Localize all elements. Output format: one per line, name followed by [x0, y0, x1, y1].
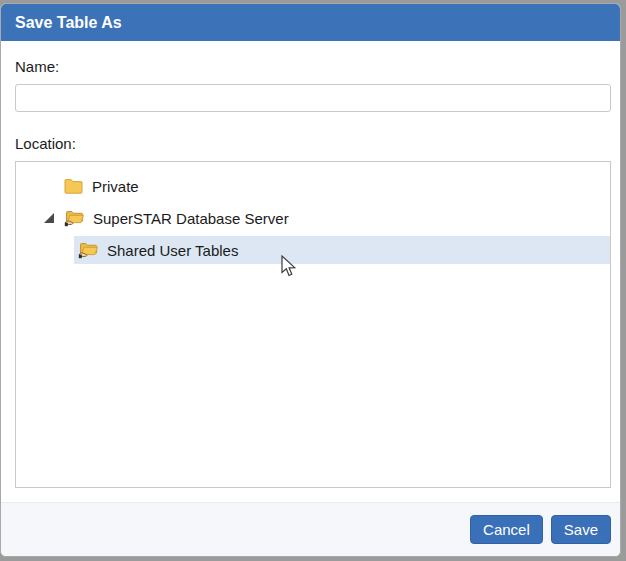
tree-row-superstar-database-server[interactable]: SuperSTAR Database Server	[16, 202, 610, 234]
tree-label: Shared User Tables	[107, 242, 238, 259]
dialog-body: Name: Location: Private	[1, 41, 620, 488]
shared-folder-icon	[64, 209, 84, 227]
expander-slot	[16, 202, 60, 234]
screen: { "dialog": { "title": "Save Table As", …	[0, 0, 626, 561]
collapse-expander-icon[interactable]	[44, 213, 54, 223]
dialog-footer: Cancel Save	[1, 502, 620, 556]
dialog-title: Save Table As	[15, 14, 122, 32]
tree-label: Private	[92, 178, 139, 195]
dialog-titlebar: Save Table As	[1, 4, 620, 41]
save-table-as-dialog: Save Table As Name: Location: Private	[0, 3, 621, 557]
location-tree: Private Super	[15, 161, 611, 488]
tree-row-shared-user-tables[interactable]: Shared User Tables	[16, 234, 610, 266]
tree-row-private[interactable]: Private	[16, 170, 610, 202]
tree-label: SuperSTAR Database Server	[93, 210, 289, 227]
name-input[interactable]	[15, 84, 611, 112]
expander-slot	[16, 170, 60, 202]
save-button[interactable]: Save	[551, 515, 611, 544]
selected-row-highlight: Shared User Tables	[74, 236, 610, 264]
cancel-button[interactable]: Cancel	[470, 515, 543, 544]
location-label: Location:	[15, 135, 611, 152]
folder-icon	[64, 178, 83, 194]
shared-folder-icon	[78, 241, 98, 259]
name-label: Name:	[15, 58, 611, 75]
expander-slot	[16, 234, 74, 266]
